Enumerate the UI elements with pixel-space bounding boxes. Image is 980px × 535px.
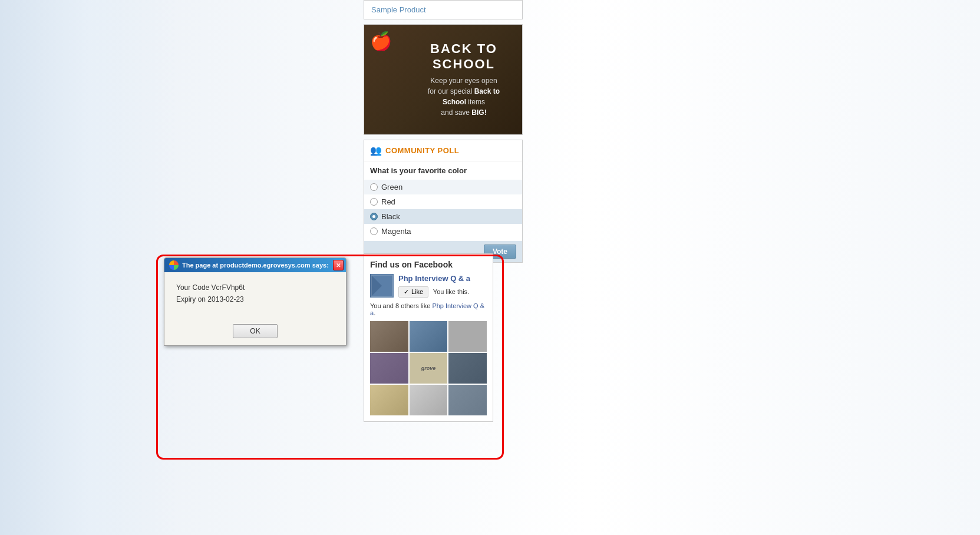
- apple-icon: 🍎: [370, 31, 392, 51]
- poll-radio-magenta[interactable]: [370, 227, 378, 235]
- banner-line2: for our special: [428, 87, 474, 95]
- fb-photo-8: [410, 385, 448, 415]
- banner-line3: items: [466, 98, 485, 106]
- dialog-expiry: Expiry on 2013-02-23: [176, 295, 244, 303]
- dialog-title-text: The page at productdemo.egrovesys.com sa…: [182, 262, 329, 269]
- dialog-message: Your Code VcrFVhp6t Expiry on 2013-02-23: [176, 282, 334, 306]
- fb-like-button[interactable]: ✓ Like: [398, 286, 428, 298]
- poll-radio-black[interactable]: [370, 213, 378, 220]
- dialog-code: Your Code VcrFVhp6t: [176, 283, 245, 292]
- chrome-icon: [169, 260, 179, 270]
- fb-period: .: [374, 309, 375, 316]
- fb-photo-2: [410, 321, 448, 352]
- fb-title: Find us on Facebook: [370, 260, 487, 269]
- banner-text-area: BACK TO SCHOOL Keep your eyes open for o…: [411, 34, 516, 125]
- fb-like-row: ✓ Like You like this.: [398, 284, 487, 298]
- dialog-close-button[interactable]: ✕: [333, 260, 344, 270]
- poll-radio-green[interactable]: [370, 183, 378, 191]
- fb-photo-4: [370, 353, 408, 384]
- poll-option-green[interactable]: Green: [364, 180, 522, 194]
- fb-like-label: Like: [411, 288, 423, 295]
- banner-inner: 🍎 BACK TO SCHOOL Keep your eyes open for…: [364, 25, 522, 134]
- poll-radio-dot: [372, 215, 375, 218]
- poll-section-title: COMMUNITY POLL: [385, 146, 459, 155]
- fb-page-info: Php Interview Q & a ✓ Like You like this…: [398, 274, 487, 298]
- sample-product-link[interactable]: Sample Product: [371, 5, 426, 14]
- banner-box: 🍎 BACK TO SCHOOL Keep your eyes open for…: [364, 24, 523, 135]
- fb-avatar: [370, 274, 394, 298]
- sample-product-box: Sample Product: [364, 0, 523, 19]
- banner-line1: Keep your eyes open: [430, 77, 497, 85]
- poll-label-magenta: Magenta: [381, 227, 411, 236]
- poll-label-red: Red: [381, 197, 395, 206]
- fb-you-and-others: You and 8 others like: [370, 302, 432, 309]
- poll-header: 👥 COMMUNITY POLL: [364, 140, 522, 161]
- dialog-box: The page at productdemo.egrovesys.com sa…: [164, 257, 347, 346]
- dialog-titlebar: The page at productdemo.egrovesys.com sa…: [164, 258, 346, 272]
- right-panel: Sample Product 🍎 BACK TO SCHOOL Keep you…: [364, 0, 523, 268]
- fb-photos-grid: grove: [370, 321, 487, 415]
- poll-label-black: Black: [381, 212, 400, 221]
- dialog-body: Your Code VcrFVhp6t Expiry on 2013-02-23: [164, 272, 346, 319]
- fb-photo-6: [448, 353, 487, 384]
- fb-photo-7: [370, 385, 408, 415]
- poll-option-red[interactable]: Red: [364, 194, 522, 209]
- ok-button[interactable]: OK: [233, 324, 277, 338]
- facebook-box: Find us on Facebook Php Interview Q & a …: [364, 253, 493, 422]
- poll-box: 👥 COMMUNITY POLL What is your favorite c…: [364, 140, 523, 263]
- poll-label-green: Green: [381, 183, 402, 191]
- poll-radio-red[interactable]: [370, 198, 378, 206]
- fb-profile-row: Php Interview Q & a ✓ Like You like this…: [370, 274, 487, 298]
- poll-option-black[interactable]: Black: [364, 209, 522, 224]
- banner-line4: and save: [441, 108, 471, 117]
- poll-option-magenta[interactable]: Magenta: [364, 224, 522, 239]
- poll-icon: 👥: [370, 145, 382, 156]
- poll-question: What is your favorite color: [364, 161, 522, 180]
- banner-title: BACK TO SCHOOL: [418, 41, 509, 72]
- banner-subtitle: Keep your eyes open for our special Back…: [418, 75, 509, 118]
- dialog-title-left: The page at productdemo.egrovesys.com sa…: [169, 260, 329, 270]
- fb-photo-5: grove: [410, 353, 448, 384]
- fb-photo-3: [448, 321, 487, 352]
- fb-checkmark-icon: ✓: [404, 288, 409, 296]
- fb-photo-9: [448, 385, 487, 415]
- fb-avatar-svg: [370, 274, 394, 298]
- fb-photo-1: [370, 321, 408, 352]
- banner-highlight2: BIG!: [471, 108, 486, 117]
- fb-like-status: You like this.: [433, 288, 469, 295]
- fb-you-like: You and 8 others like Php Interview Q & …: [370, 302, 487, 316]
- fb-page-name: Php Interview Q & a: [398, 274, 487, 284]
- dialog-footer: OK: [164, 319, 346, 345]
- poll-options: Green Red Black Magenta: [364, 180, 522, 241]
